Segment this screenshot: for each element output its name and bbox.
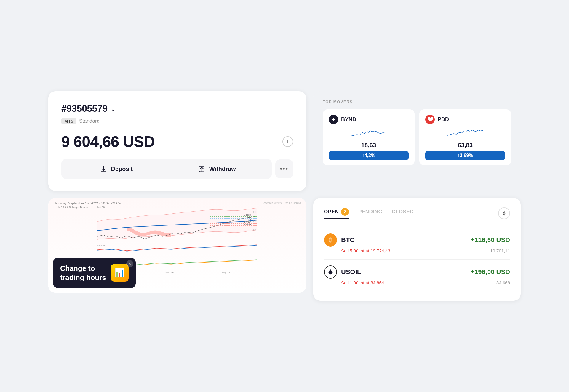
trade-row-btc[interactable]: ₿ BTC +116,60 USD Sell 5,00 lot at 19 72… (324, 228, 510, 260)
account-header: #93505579 ⌄ (61, 103, 293, 114)
legend-ma50: MA 50 (92, 206, 105, 209)
deposit-icon (100, 165, 108, 173)
usoil-symbol: USOIL (341, 268, 361, 276)
btc-profit: +116,60 USD (471, 236, 510, 244)
svg-text:Sep 15: Sep 15 (165, 271, 174, 274)
usoil-current-price: 84,668 (496, 280, 510, 285)
tab-closed[interactable]: CLOSED (392, 208, 414, 219)
btc-symbol: BTC (341, 236, 354, 244)
trade-left-usoil: USOIL (324, 265, 361, 279)
tab-open[interactable]: OPEN 2 (324, 208, 349, 219)
svg-text:60: 60 (253, 220, 256, 222)
chart-research: Research © 2022 Trading Central (262, 201, 301, 204)
trades-card: OPEN 2 PENDING CLOSED (313, 198, 521, 301)
trade-top-btc: ₿ BTC +116,60 USD (324, 233, 510, 247)
bynd-price: 18,63 (329, 142, 409, 149)
sort-icon (501, 210, 507, 216)
notification-text: Change totrading hours (60, 264, 106, 282)
usoil-profit: +196,00 USD (471, 268, 510, 276)
pdd-change: ↑3,69% (425, 151, 505, 160)
account-card: #93505579 ⌄ MT5 Standard 9 604,66 USD i … (48, 91, 306, 191)
chart-legend: MA 20 + Bollinger Bands MA 50 (53, 206, 105, 209)
svg-text:0.9955: 0.9955 (244, 223, 251, 226)
sort-button[interactable] (498, 207, 510, 219)
more-button[interactable]: ••• (275, 159, 293, 178)
tab-pending[interactable]: PENDING (358, 208, 382, 219)
pdd-symbol: PDD (438, 116, 449, 123)
bynd-symbol: BYND (341, 116, 356, 123)
trade-left-btc: ₿ BTC (324, 233, 354, 247)
bynd-logo (329, 115, 338, 124)
balance-row: 9 604,66 USD i (61, 133, 293, 151)
usoil-detail: Sell 1,00 lot at 84,864 (341, 280, 384, 285)
trade-top-usoil: USOIL +196,00 USD (324, 265, 510, 279)
top-movers-title: TOP MOVERS (323, 100, 511, 104)
notification-close-button[interactable]: × (126, 260, 133, 267)
svg-text:RSI  9MA: RSI 9MA (97, 244, 106, 247)
tabs-row: OPEN 2 PENDING CLOSED (324, 207, 510, 219)
btc-detail: Sell 5,00 lot at 19 724,43 (341, 248, 390, 253)
action-bar: Deposit Withdraw ••• (61, 159, 293, 179)
account-type: Standard (79, 118, 100, 124)
pdd-icon (427, 117, 433, 122)
info-icon[interactable]: i (282, 136, 293, 147)
mover-bynd[interactable]: BYND 18,63 ↑4,2% (323, 109, 415, 165)
trade-bottom-btc: Sell 5,00 lot at 19 724,43 19 701,11 (324, 248, 510, 253)
mover-bynd-header: BYND (329, 115, 409, 124)
withdraw-button[interactable]: Withdraw (169, 165, 265, 173)
mover-pdd[interactable]: PDD 63,83 ↑3,69% (419, 109, 511, 165)
btc-current-price: 19 701,11 (490, 248, 510, 253)
ma50-dot (92, 207, 96, 207)
pdd-chart (425, 127, 505, 139)
movers-grid: BYND 18,63 ↑4,2% PD (323, 109, 511, 165)
svg-text:70: 70 (253, 211, 256, 213)
account-meta: MT5 Standard (61, 118, 293, 124)
platform-badge: MT5 (61, 118, 76, 124)
top-movers-card: TOP MOVERS BYND (313, 91, 521, 174)
action-buttons: Deposit Withdraw (61, 159, 272, 179)
ma20-dot (53, 207, 57, 207)
chart-timestamp: Thursday, September 15, 2022 7:30:02 PM … (53, 201, 123, 205)
legend-ma20: MA 20 + Bollinger Bands (53, 206, 88, 209)
usoil-icon (324, 265, 337, 279)
withdraw-icon (198, 165, 206, 173)
oil-drop-icon (327, 269, 334, 275)
chart-card: Thursday, September 15, 2022 7:30:02 PM … (48, 198, 306, 293)
bynd-icon (331, 117, 336, 122)
notification-overlay: Change totrading hours 📊 × (53, 258, 136, 288)
chevron-down-icon[interactable]: ⌄ (111, 105, 116, 112)
notification-chart-icon: 📊 (111, 264, 129, 282)
mover-pdd-header: PDD (425, 115, 505, 124)
open-count-badge: 2 (341, 208, 349, 216)
trade-row-usoil[interactable]: USOIL +196,00 USD Sell 1,00 lot at 84,86… (324, 260, 510, 291)
btc-icon: ₿ (324, 233, 337, 247)
notification-message: Change totrading hours (60, 264, 106, 282)
pdd-price: 63,83 (425, 142, 505, 149)
svg-text:Sep 16: Sep 16 (222, 271, 230, 274)
pdd-logo (425, 115, 435, 124)
pdd-chart-svg (425, 127, 505, 139)
bynd-change: ↑4,2% (329, 151, 409, 160)
bynd-chart-svg (329, 127, 409, 139)
trade-bottom-usoil: Sell 1,00 lot at 84,864 84,668 (324, 280, 510, 285)
divider (167, 164, 167, 174)
balance-amount: 9 604,66 USD (61, 133, 155, 151)
svg-text:50: 50 (253, 228, 256, 231)
bynd-chart (329, 127, 409, 139)
tab-list: OPEN 2 PENDING CLOSED (324, 208, 498, 219)
account-number: #93505579 (61, 103, 108, 114)
deposit-button[interactable]: Deposit (68, 165, 164, 173)
